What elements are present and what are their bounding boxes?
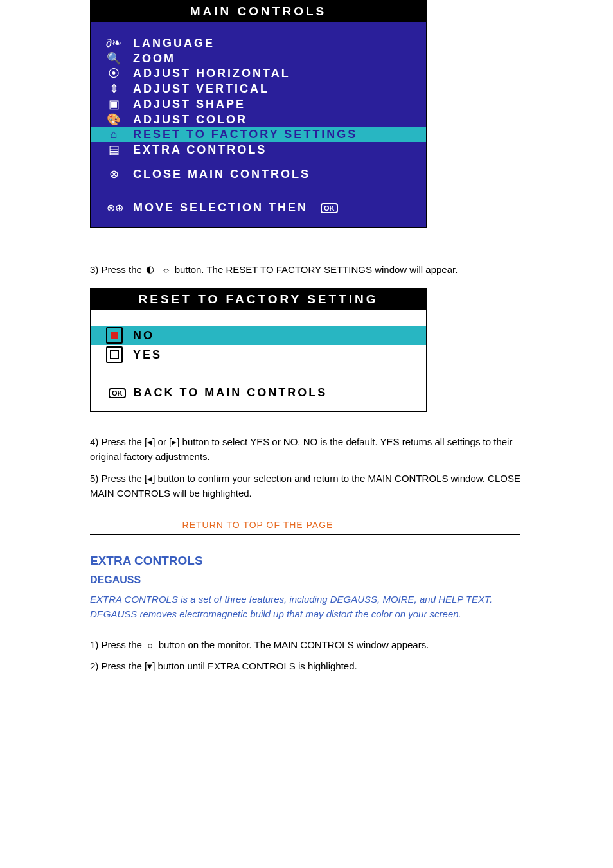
section-divider [90,534,520,535]
option-yes[interactable]: YES [91,345,426,364]
menu-item-adjust-horizontal[interactable]: ⦿ ADJUST HORIZONTAL [91,66,426,81]
menu-item-label: ADJUST COLOR [125,113,247,127]
ok-icon: OK [109,388,126,398]
reset-factory-icon: ⌂ [102,128,125,141]
reset-confirm-title: RESET TO FACTORY SETTING [91,288,426,310]
brightness-icon: ☼ [142,634,159,655]
footer-hint-label: MOVE SELECTION THEN [128,201,308,215]
adjust-horizontal-icon: ⦿ [102,67,125,80]
menu-item-label: EXTRA CONTROLS [125,143,267,157]
menu-item-label: RESET TO FACTORY SETTINGS [125,128,357,141]
arrow-up-down-icon: ⊗⊕ [102,202,128,214]
reset-confirm-panel: RESET TO FACTORY SETTING NO YES OK BACK … [90,288,427,412]
language-icon: ∂❧ [102,36,125,50]
contrast-icon: ◐ [142,263,158,275]
menu-item-language[interactable]: ∂❧ LANGUAGE [91,35,426,51]
stop-hollow-icon [106,346,123,363]
menu-item-label: ADJUST HORIZONTAL [125,67,290,80]
ok-icon: OK [321,203,338,213]
adjust-color-icon: 🎨 [102,112,125,127]
menu-item-extra-controls[interactable]: ▤ EXTRA CONTROLS [91,142,426,157]
menu-item-label: LANGUAGE [125,37,215,50]
reset-confirm-body: NO YES OK BACK TO MAIN CONTROLS [91,310,426,411]
return-to-top-link[interactable]: RETURN TO TOP OF THE PAGE [90,520,425,530]
main-controls-footer: ⊗⊕ MOVE SELECTION THEN OK [91,192,426,220]
menu-item-close[interactable]: ⊗ CLOSE MAIN CONTROLS [91,166,426,182]
stop-filled-icon [106,327,123,344]
menu-item-adjust-vertical[interactable]: ⇕ ADJUST VERTICAL [91,81,426,96]
main-controls-body: ∂❧ LANGUAGE 🔍 ZOOM ⦿ ADJUST HORIZONTAL ⇕… [91,22,426,227]
main-controls-title: MAIN CONTROLS [91,1,426,22]
footer-back-label: BACK TO MAIN CONTROLS [134,386,328,400]
menu-item-adjust-shape[interactable]: ▣ ADJUST SHAPE [91,96,426,112]
option-no[interactable]: NO [91,326,426,345]
extra-controls-intro: EXTRA CONTROLS is a set of three feature… [90,592,520,621]
instruction-step-4: 4) Press the [◂] or [▸] button to select… [90,435,520,464]
menu-item-label: CLOSE MAIN CONTROLS [125,168,310,181]
brightness-icon: ☼ [158,264,175,275]
instruction-step-3: 3) Press the ◐ ☼ button. The RESET TO FA… [90,263,520,275]
extra-step-2: 2) Press the [▾] button until EXTRA CONT… [90,655,520,677]
menu-item-label: ZOOM [125,52,175,66]
extra-controls-heading: EXTRA CONTROLS [90,554,520,568]
extra-controls-icon: ▤ [102,143,125,157]
reset-confirm-footer: OK BACK TO MAIN CONTROLS [91,364,426,411]
menu-item-adjust-color[interactable]: 🎨 ADJUST COLOR [91,112,426,127]
extra-step-1: 1) Press the ☼ button on the monitor. Th… [90,634,520,655]
zoom-icon: 🔍 [102,51,125,66]
option-label: YES [123,348,162,362]
option-label: NO [123,329,154,342]
degauss-subheading: DEGAUSS [90,574,520,586]
menu-item-reset-factory[interactable]: ⌂ RESET TO FACTORY SETTINGS [91,127,426,142]
main-controls-panel: MAIN CONTROLS ∂❧ LANGUAGE 🔍 ZOOM ⦿ ADJUS… [90,0,427,228]
menu-item-label: ADJUST SHAPE [125,98,245,111]
adjust-shape-icon: ▣ [102,97,125,111]
close-icon: ⊗ [102,167,125,181]
instruction-step-5: 5) Press the [◂] button to confirm your … [90,472,520,500]
menu-item-zoom[interactable]: 🔍 ZOOM [91,51,426,66]
adjust-vertical-icon: ⇕ [102,82,125,96]
menu-item-label: ADJUST VERTICAL [125,82,269,96]
